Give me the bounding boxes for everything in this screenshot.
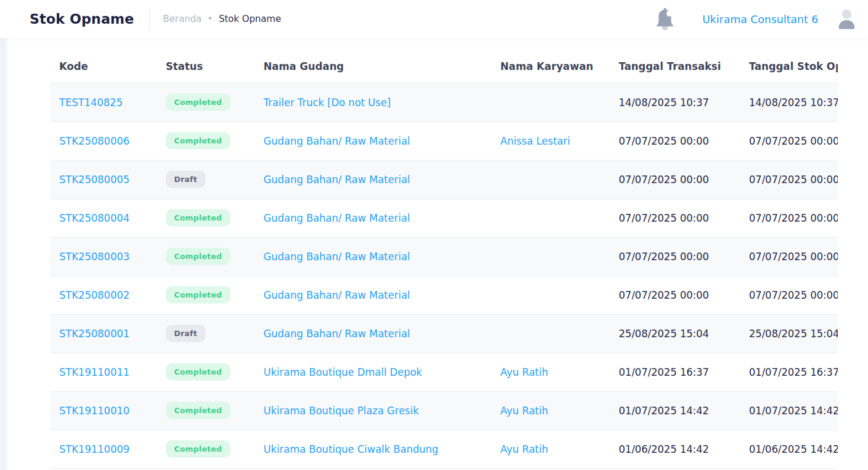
kode-link[interactable]: TEST140825 xyxy=(59,97,123,108)
breadcrumb-home-link[interactable]: Beranda xyxy=(163,14,201,24)
tanggal-stok-opname-value: 07/07/2025 00:00 xyxy=(749,212,838,224)
nama-gudang-link[interactable]: Ukirama Boutique Plaza Gresik xyxy=(263,405,419,417)
table-row: STK25080004 Completed Gudang Bahan/ Raw … xyxy=(50,199,838,237)
tanggal-stok-opname-value: 25/08/2025 15:04 xyxy=(749,328,838,340)
status-badge: Completed xyxy=(166,286,230,303)
tanggal-transaksi-value: 07/07/2025 00:00 xyxy=(619,251,709,263)
nama-karyawan-link[interactable]: Anissa Lestari xyxy=(500,135,570,147)
kode-link[interactable]: STK25080001 xyxy=(59,328,130,340)
user-menu-link[interactable]: Ukirama Consultant 6 xyxy=(702,13,818,25)
breadcrumb-separator: • xyxy=(208,14,213,24)
status-badge: Completed xyxy=(166,94,230,111)
tanggal-transaksi-value: 07/07/2025 00:00 xyxy=(619,212,709,224)
column-header-nama-karyawan: Nama Karyawan xyxy=(500,50,619,83)
nama-gudang-link[interactable]: Gudang Bahan/ Raw Material xyxy=(263,212,410,224)
user-avatar-icon[interactable] xyxy=(835,7,859,31)
bell-icon[interactable] xyxy=(655,6,675,32)
tanggal-stok-opname-value: 01/07/2025 16:37 xyxy=(749,366,838,378)
table-row: STK25080002 Completed Gudang Bahan/ Raw … xyxy=(50,276,838,314)
tanggal-transaksi-value: 01/07/2025 16:37 xyxy=(619,366,709,378)
tanggal-transaksi-value: 07/07/2025 00:00 xyxy=(619,289,709,301)
table-row: STK19110010 Completed Ukirama Boutique P… xyxy=(50,391,838,430)
nama-gudang-link[interactable]: Ukirama Boutique Dmall Depok xyxy=(263,366,422,378)
nama-gudang-link[interactable]: Gudang Bahan/ Raw Material xyxy=(263,289,410,301)
tanggal-stok-opname-value: 07/07/2025 00:00 xyxy=(749,135,838,147)
table-header-row: Kode Status Nama Gudang Nama Karyawan Ta… xyxy=(50,50,838,83)
tanggal-stok-opname-value: 01/06/2025 14:42 xyxy=(749,443,838,455)
tanggal-stok-opname-value: 07/07/2025 00:00 xyxy=(749,251,838,263)
nama-gudang-link[interactable]: Gudang Bahan/ Raw Material xyxy=(263,135,410,147)
table-row: TEST140825 Completed Trailer Truck [Do n… xyxy=(50,83,838,122)
column-header-nama-gudang: Nama Gudang xyxy=(263,50,500,83)
breadcrumb-current: Stok Opname xyxy=(218,14,281,24)
status-badge: Completed xyxy=(166,248,230,265)
tanggal-transaksi-value: 07/07/2025 00:00 xyxy=(619,135,709,147)
column-header-tanggal-transaksi: Tanggal Transaksi xyxy=(619,50,749,83)
table-row: STK19110011 Completed Ukirama Boutique D… xyxy=(50,353,838,391)
stok-opname-table: Kode Status Nama Gudang Nama Karyawan Ta… xyxy=(50,50,838,469)
table-row: STK25080001 Draft Gudang Bahan/ Raw Mate… xyxy=(50,314,838,353)
app-header: Stok Opname Beranda • Stok Opname Ukiram… xyxy=(0,0,868,38)
column-header-status: Status xyxy=(166,50,263,83)
nama-karyawan-link[interactable]: Ayu Ratih xyxy=(500,405,548,417)
table-row: STK25080003 Completed Gudang Bahan/ Raw … xyxy=(50,237,838,276)
header-actions: Ukirama Consultant 6 xyxy=(655,6,859,32)
tanggal-transaksi-value: 25/08/2025 15:04 xyxy=(619,328,709,340)
status-badge: Completed xyxy=(166,209,230,226)
status-badge: Completed xyxy=(166,440,230,458)
nama-karyawan-link[interactable]: Ayu Ratih xyxy=(500,443,548,455)
tanggal-stok-opname-value: 14/08/2025 10:37 xyxy=(749,97,838,108)
nama-gudang-link[interactable]: Gudang Bahan/ Raw Material xyxy=(263,174,410,186)
tanggal-transaksi-value: 07/07/2025 00:00 xyxy=(619,174,709,186)
tanggal-transaksi-value: 01/07/2025 14:42 xyxy=(619,405,709,417)
header-divider xyxy=(149,9,150,29)
status-badge: Draft xyxy=(166,171,205,188)
collapsed-sidebar-edge xyxy=(0,38,8,470)
table-row: STK25080005 Draft Gudang Bahan/ Raw Mate… xyxy=(50,160,838,199)
breadcrumb: Beranda • Stok Opname xyxy=(163,14,281,24)
tanggal-transaksi-value: 01/06/2025 14:42 xyxy=(619,443,709,455)
main-content: Kode Status Nama Gudang Nama Karyawan Ta… xyxy=(0,38,868,469)
nama-gudang-link[interactable]: Ukirama Boutique Ciwalk Bandung xyxy=(263,443,438,455)
tanggal-stok-opname-value: 01/07/2025 14:42 xyxy=(749,405,838,417)
tanggal-stok-opname-value: 07/07/2025 00:00 xyxy=(749,289,838,301)
table-row: STK25080006 Completed Gudang Bahan/ Raw … xyxy=(50,122,838,160)
page-title: Stok Opname xyxy=(30,11,134,27)
nama-gudang-link[interactable]: Gudang Bahan/ Raw Material xyxy=(263,251,410,263)
tanggal-transaksi-value: 14/08/2025 10:37 xyxy=(619,97,709,108)
nama-gudang-link[interactable]: Gudang Bahan/ Raw Material xyxy=(263,328,410,340)
status-badge: Completed xyxy=(166,402,230,419)
kode-link[interactable]: STK19110009 xyxy=(59,443,130,455)
kode-link[interactable]: STK19110011 xyxy=(59,366,130,378)
status-badge: Completed xyxy=(166,363,230,381)
column-header-kode: Kode xyxy=(50,50,166,83)
column-header-tanggal-stok-opname: Tanggal Stok Opname xyxy=(749,50,838,83)
status-badge: Completed xyxy=(166,132,230,149)
tanggal-stok-opname-value: 07/07/2025 00:00 xyxy=(749,174,838,186)
status-badge: Draft xyxy=(166,325,205,342)
kode-link[interactable]: STK25080003 xyxy=(59,251,130,263)
kode-link[interactable]: STK19110010 xyxy=(59,405,130,417)
table-scroll-container[interactable]: Kode Status Nama Gudang Nama Karyawan Ta… xyxy=(50,50,838,469)
kode-link[interactable]: STK25080006 xyxy=(59,135,130,147)
kode-link[interactable]: STK25080002 xyxy=(59,289,130,301)
nama-gudang-link[interactable]: Trailer Truck [Do not Use] xyxy=(263,97,391,108)
kode-link[interactable]: STK25080005 xyxy=(59,174,130,186)
nama-karyawan-link[interactable]: Ayu Ratih xyxy=(500,366,548,378)
kode-link[interactable]: STK25080004 xyxy=(59,212,130,224)
table-row: STK19110009 Completed Ukirama Boutique C… xyxy=(50,430,838,468)
